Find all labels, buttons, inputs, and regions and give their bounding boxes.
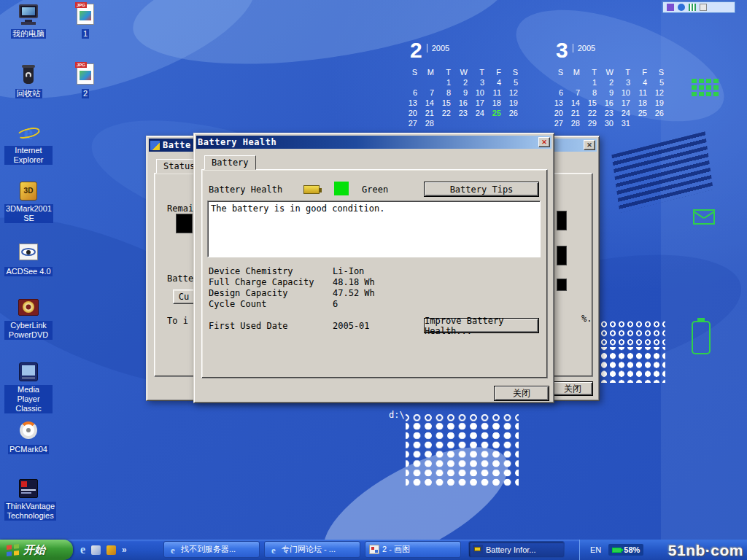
calendar-day: 23	[456, 109, 473, 118]
calendar-day: 11	[635, 88, 652, 98]
task-button-battery-information[interactable]: Battery Infor...	[468, 541, 565, 558]
calendar-month-number: 2	[410, 39, 422, 61]
condition-textbox[interactable]: The battery is in good condition.	[207, 201, 541, 257]
button-label: 关闭	[564, 383, 581, 395]
start-button[interactable]: 开始	[0, 540, 73, 560]
first-used-value: 2005-01	[333, 321, 370, 331]
battery-tray-indicator[interactable]: 58%	[608, 544, 643, 556]
calendar-march: 3 2005 SMTWTFS12345678910111213141516171…	[551, 39, 671, 128]
desktop-icon-internet-explorer[interactable]: e Internet Explorer	[4, 121, 53, 166]
title-bar[interactable]: Battery Health	[196, 136, 551, 149]
calendar-day: 16	[456, 98, 473, 108]
battery-health-dialog: Battery Health Battery Battery Health Gr…	[193, 133, 554, 403]
calendar-day: 30	[602, 119, 619, 128]
calendar-day: 4	[635, 78, 652, 88]
start-label: 开始	[23, 543, 45, 557]
field-label: Full Charge Capacity	[209, 277, 314, 287]
powerdvd-icon	[17, 296, 40, 319]
task-label: Battery Infor...	[486, 545, 535, 554]
volume-icon[interactable]	[667, 4, 674, 11]
desktop-icon-thinkvantage[interactable]: ThinkVantage Technologies	[4, 477, 53, 521]
media-player-classic-icon	[17, 360, 40, 384]
desktop-icon-label: 3DMark2001 SE	[4, 204, 53, 223]
button-label: 关闭	[513, 387, 530, 400]
task-button-forum[interactable]: e 专门网论坛 - ...	[264, 541, 360, 558]
field-label: Design Capacity	[209, 288, 287, 298]
mail-icon	[693, 209, 715, 225]
ie-icon: e	[268, 545, 279, 554]
desktop-icon-recycle-bin[interactable]: 回收站	[4, 63, 53, 99]
field-value: 47.52 Wh	[333, 288, 375, 298]
calendar-day: 1	[585, 78, 602, 88]
desktop-icon-label: 回收站	[15, 89, 42, 98]
tab-battery[interactable]: Battery	[204, 155, 256, 170]
notes-icon[interactable]	[700, 4, 707, 11]
calendar-day: 7	[568, 88, 585, 98]
ie-quicklaunch-icon[interactable]: e	[80, 543, 85, 556]
file-label: 2	[82, 89, 89, 98]
quick-launch: e »	[76, 540, 160, 560]
battery-small-icon	[303, 185, 320, 194]
desktop-file-1[interactable]: JPG 1	[69, 3, 102, 39]
calendar-day: 12	[506, 88, 523, 98]
language-indicator[interactable]: EN	[590, 545, 601, 554]
media-player-quicklaunch-icon[interactable]	[91, 545, 101, 555]
task-label: 专门网论坛 - ...	[282, 544, 336, 555]
close-icon[interactable]	[538, 137, 550, 147]
close-button[interactable]: 关闭	[494, 386, 549, 401]
task-button-paint[interactable]: 2 - 画图	[365, 541, 461, 558]
calendar-day: 28	[568, 119, 585, 128]
calendar-day: 14	[422, 98, 439, 108]
calendar-day: 14	[568, 98, 585, 108]
dots-pattern	[406, 422, 519, 486]
calendar-day: 9	[602, 88, 619, 98]
file-label: 1	[82, 29, 89, 39]
battery-graphic-icon	[692, 321, 711, 354]
current-button-fragment[interactable]: Cu	[173, 289, 195, 304]
desktop-icon-acdsee[interactable]: ACDSee 4.0	[4, 241, 53, 277]
jpg-file-icon: JPG	[77, 63, 94, 85]
calendar-february: 2 2005 SMTWTFS12345678910111213141516171…	[406, 39, 525, 128]
calendar-day-header: S	[551, 68, 568, 77]
field-label: Device Chemistry	[209, 266, 293, 276]
calendar-day: 27	[551, 119, 568, 128]
jpg-file-icon: JPG	[77, 4, 94, 25]
calendar-day-header: M	[422, 68, 439, 77]
calendar-day	[456, 119, 473, 128]
desktop-file-2[interactable]: JPG 2	[69, 63, 102, 99]
desktop-icon-pcmark04[interactable]: PCMark04	[4, 419, 53, 455]
power-icon[interactable]	[689, 4, 696, 11]
to-increase-label-fragment: To i	[167, 316, 188, 326]
improve-battery-health-button[interactable]: Improve Battery Health...	[424, 318, 539, 333]
desktop-icon-label: Media Player Classic	[4, 385, 53, 413]
folder-quicklaunch-icon[interactable]	[107, 545, 116, 555]
battery-label-fragment: Batte	[167, 273, 193, 284]
desktop-icon-label: CyberLink PowerDVD	[4, 321, 53, 340]
display-icon[interactable]	[678, 4, 685, 11]
calendar-day: 17	[619, 98, 635, 108]
desktop-icon-powerdvd[interactable]: CyberLink PowerDVD	[4, 296, 53, 341]
calendar-day-header: F	[489, 68, 506, 77]
close-icon[interactable]	[584, 140, 595, 150]
calendar-day: 24	[619, 109, 635, 118]
3dmark-icon: 3D	[17, 179, 40, 203]
desktop-icon-3dmark2001[interactable]: 3D 3DMark2001 SE	[4, 179, 53, 224]
pcmark04-icon	[17, 419, 40, 442]
dots-pattern	[595, 319, 665, 347]
close-button[interactable]: 关闭	[552, 381, 593, 396]
desktop-icon-media-player-classic[interactable]: Media Player Classic	[4, 360, 53, 414]
chevron-icon[interactable]: »	[122, 545, 127, 555]
button-label: Improve Battery Health...	[425, 316, 538, 336]
desktop-icon-my-computer[interactable]: 我的电脑	[4, 3, 53, 39]
battery-tips-button[interactable]: Battery Tips	[424, 182, 539, 197]
dots-pattern	[595, 347, 665, 383]
calendar-day	[506, 119, 523, 128]
calendar-day: 31	[619, 119, 635, 128]
desktop: d:\ 2 2005 SMTWTFS1234567891011121314151…	[0, 0, 747, 540]
task-button-server-not-found[interactable]: e 找不到服务器...	[163, 541, 260, 558]
calendar-day: 8	[585, 88, 602, 98]
calendar-day	[439, 119, 456, 128]
desktop-icon-label: ACDSee 4.0	[4, 267, 52, 276]
drive-label: d:\	[389, 410, 405, 420]
calendar-day: 7	[422, 88, 439, 98]
